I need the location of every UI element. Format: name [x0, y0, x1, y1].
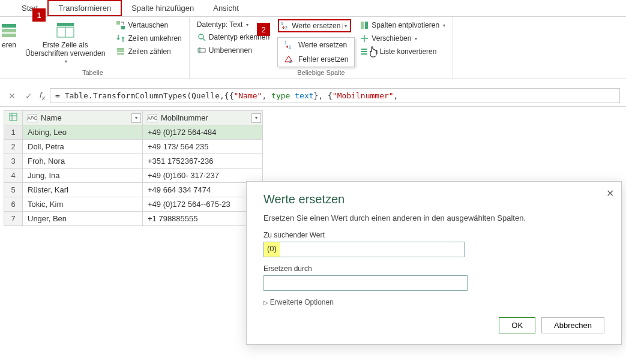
rename-icon: [197, 46, 206, 55]
cell[interactable]: Tokic, Kim: [23, 197, 143, 212]
dropdown-label: Fehler ersetzen: [298, 55, 348, 64]
find-value-highlight: (0): [263, 242, 280, 257]
dropdown-item-replace-values[interactable]: 12 Werte ersetzen: [278, 38, 354, 52]
formula-input[interactable]: = Table.TransformColumnTypes(Quelle,{{"N…: [50, 88, 620, 103]
group-label-anycol: Beliebige Spalte: [194, 68, 448, 77]
cell[interactable]: +49 (0)172 564-484: [143, 125, 263, 140]
svg-text:2: 2: [289, 59, 292, 64]
row-number[interactable]: 3: [4, 154, 23, 169]
chevron-down-icon: ▾: [65, 58, 67, 66]
col-label: Mobilnummer: [161, 113, 208, 122]
row-number[interactable]: 6: [4, 197, 23, 212]
table-row[interactable]: 6Tokic, Kim+49 (0)172 564--675-23: [4, 197, 263, 212]
advanced-options-toggle[interactable]: Erweiterte Optionen: [263, 298, 604, 306]
tab-view[interactable]: Ansicht: [203, 1, 248, 15]
list-icon: [360, 47, 369, 56]
table-row[interactable]: 3Froh, Nora+351 1752367-236: [4, 154, 263, 169]
svg-rect-10: [117, 53, 124, 55]
cell[interactable]: Jung, Ina: [23, 169, 143, 183]
table-row[interactable]: 7Unger, Ben+1 798885555: [4, 212, 263, 226]
svg-rect-20: [361, 51, 367, 52]
table-row[interactable]: 5Rüster, Karl +49 664 334 7474: [4, 183, 263, 197]
row-number[interactable]: 7: [4, 212, 23, 226]
detect-icon: [197, 32, 206, 42]
chevron-down-icon: ▾: [246, 22, 248, 28]
replace-values-dialog: ✕ Werte ersetzen Ersetzen Sie einen Wert…: [246, 181, 622, 345]
confirm-formula-button[interactable]: ✓: [23, 90, 35, 102]
replace-label: Ersetzen durch: [263, 264, 604, 273]
svg-rect-1: [2, 29, 16, 32]
svg-rect-18: [365, 22, 368, 29]
table-row[interactable]: 2Doll, Petra+49 173/ 564 235: [4, 140, 263, 154]
svg-rect-9: [117, 50, 124, 52]
corner-cell[interactable]: [4, 111, 23, 125]
transpose-icon: [116, 20, 125, 30]
dropdown-item-replace-errors[interactable]: 2 Fehler ersetzen: [278, 52, 354, 67]
reverse-icon: [116, 34, 125, 43]
cell[interactable]: +49 (0)172 564--675-23: [143, 197, 263, 212]
cell[interactable]: +49 (0)160- 317-237: [143, 169, 263, 183]
reverse-rows-button[interactable]: Zeilen umkehren: [113, 32, 184, 44]
unpivot-button[interactable]: Spalten entpivotieren ▾: [357, 19, 448, 31]
cell[interactable]: Unger, Ben: [23, 212, 143, 226]
svg-rect-3: [57, 23, 74, 26]
cell[interactable]: +1 798885555: [143, 212, 263, 226]
row-number[interactable]: 1: [4, 125, 23, 140]
use-first-row-headers-button[interactable]: Erste Zeile als Überschriften verwenden …: [23, 19, 107, 67]
count-label: Zeilen zählen: [128, 47, 170, 56]
table-row[interactable]: 4Jung, Ina+49 (0)160- 317-237: [4, 169, 263, 183]
move-button[interactable]: Verschieben ▾: [357, 32, 448, 44]
cell[interactable]: +351 1752367-236: [143, 154, 263, 169]
group-by-button[interactable]: eren: [1, 19, 17, 50]
replace-icon: 12: [280, 21, 290, 31]
rename-button[interactable]: Umbenennen: [194, 44, 272, 56]
cancel-button[interactable]: Abbrechen: [541, 317, 604, 333]
svg-rect-21: [361, 53, 367, 55]
column-header-name[interactable]: ABCName ▾: [23, 111, 143, 125]
row-number[interactable]: 5: [4, 183, 23, 197]
ok-button[interactable]: OK: [499, 317, 535, 333]
replace-input[interactable]: [263, 275, 468, 291]
move-icon: [360, 34, 369, 43]
truncated-label: eren: [2, 41, 16, 49]
cell[interactable]: +49 173/ 564 235: [143, 140, 263, 154]
formula-text: = Table.TransformColumnTypes(Quelle,{{: [55, 91, 233, 100]
cancel-formula-button[interactable]: ✕: [6, 90, 18, 102]
svg-rect-7: [121, 26, 125, 29]
svg-text:2: 2: [285, 26, 287, 30]
column-header-mobil[interactable]: ABCMobilnummer ▾: [143, 111, 263, 125]
tab-add-column[interactable]: Spalte hinzufügen: [122, 1, 203, 15]
rename-label: Umbenennen: [209, 46, 252, 55]
svg-rect-19: [361, 49, 367, 50]
callout-2: 2: [257, 23, 270, 36]
svg-line-12: [203, 38, 205, 41]
filter-button[interactable]: ▾: [131, 113, 141, 123]
transpose-button[interactable]: Vertauschen: [113, 19, 184, 31]
col-label: Name: [41, 113, 62, 122]
replace-values-dropdown: 12 Werte ersetzen 2 Fehler ersetzen: [277, 37, 355, 67]
find-input[interactable]: [280, 242, 465, 257]
chevron-down-icon[interactable]: ▾: [342, 23, 349, 29]
row-number[interactable]: 4: [4, 169, 23, 183]
dropdown-label: Werte ersetzen: [298, 41, 347, 49]
to-list-button[interactable]: In Liste konvertieren: [357, 46, 448, 58]
close-button[interactable]: ✕: [606, 188, 614, 199]
group-label-table: Tabelle: [1, 68, 184, 77]
formula-keyword: type: [271, 91, 290, 100]
dialog-title: Werte ersetzen: [263, 192, 604, 206]
filter-button[interactable]: ▾: [251, 113, 261, 123]
cell[interactable]: Froh, Nora: [23, 154, 143, 169]
count-rows-button[interactable]: Zeilen zählen: [113, 46, 184, 58]
svg-rect-17: [361, 22, 364, 29]
cell[interactable]: Aibing, Leo: [23, 125, 143, 140]
datatype-label: Datentyp: Text: [197, 20, 243, 29]
row-number[interactable]: 2: [4, 140, 23, 154]
fx-icon: fx: [40, 91, 45, 101]
replace-values-split-button[interactable]: 12 Werte ersetzen ▾: [278, 19, 351, 32]
cell[interactable]: Doll, Petra: [23, 140, 143, 154]
table-row[interactable]: 1Aibing, Leo +49 (0)172 564-484: [4, 125, 263, 140]
tab-transform[interactable]: Transformieren: [47, 0, 122, 16]
formula-string: "Mobilnummer": [333, 91, 394, 100]
cell[interactable]: Rüster, Karl: [23, 183, 143, 197]
cell[interactable]: +49 664 334 7474: [143, 183, 263, 197]
